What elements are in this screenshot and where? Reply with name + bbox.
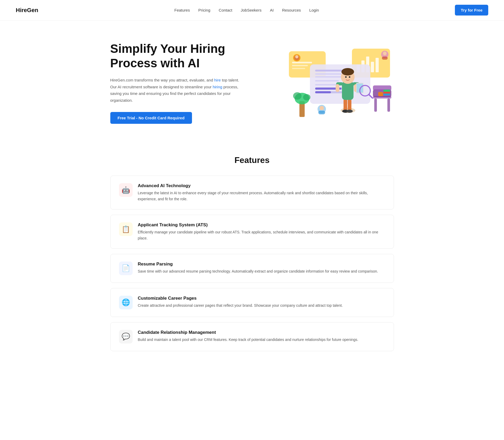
feature-icon-4: 💬 (119, 330, 133, 344)
svg-point-39 (341, 68, 354, 75)
svg-rect-5 (292, 65, 308, 66)
feature-desc-0: Leverage the latest in AI to enhance eve… (138, 190, 385, 202)
svg-rect-6 (292, 68, 305, 69)
svg-rect-55 (383, 91, 390, 94)
feature-name-2: Resume Parsing (138, 262, 378, 267)
features-section: Features 🤖Advanced AI TechnologyLeverage… (95, 140, 410, 367)
navbar: HireGen FeaturesPricingContactJobSeekers… (0, 0, 504, 21)
svg-rect-12 (376, 58, 379, 72)
hiring-link[interactable]: hiring (213, 85, 222, 89)
feature-icon-2: 📄 (119, 262, 133, 275)
try-for-free-button[interactable]: Try for Free (455, 5, 488, 16)
feature-content-3: Customizable Career PagesCreate attracti… (138, 296, 343, 308)
nav-link-ai[interactable]: AI (270, 8, 274, 12)
feature-name-1: Applicant Tracking System (ATS) (138, 222, 385, 228)
svg-point-3 (295, 55, 298, 58)
hire-link[interactable]: hire (214, 78, 221, 82)
svg-point-14 (383, 52, 387, 55)
svg-point-47 (303, 94, 310, 100)
svg-point-58 (320, 106, 324, 110)
hero-description: HireGen.com transforms the way you attra… (110, 77, 247, 104)
feature-desc-2: Save time with our advanced resume parsi… (138, 268, 378, 274)
feature-content-4: Candidate Relationship ManagementBuild a… (138, 330, 358, 342)
svg-point-41 (349, 76, 350, 78)
svg-rect-4 (292, 62, 312, 63)
hero-title: Simplify Your Hiring Process with AI (110, 42, 247, 70)
nav-link-contact[interactable]: Contact (219, 8, 232, 12)
svg-rect-20 (315, 80, 339, 81)
nav-link-features[interactable]: Features (174, 8, 190, 12)
feature-name-0: Advanced AI Technology (138, 183, 385, 188)
nav-link-resources[interactable]: Resources (282, 8, 301, 12)
svg-point-30 (346, 110, 353, 113)
svg-rect-33 (336, 84, 339, 92)
feature-desc-3: Create attractive and professional caree… (138, 303, 343, 308)
feature-name-3: Customizable Career Pages (138, 296, 343, 301)
svg-point-40 (345, 76, 347, 78)
svg-rect-50 (387, 99, 390, 112)
feature-icon-3: 🌐 (119, 296, 133, 309)
svg-rect-54 (383, 93, 390, 95)
svg-rect-31 (342, 81, 354, 100)
feature-card-2: 📄Resume ParsingSave time with our advanc… (110, 254, 394, 283)
svg-rect-25 (315, 91, 331, 93)
feature-card-3: 🌐Customizable Career PagesCreate attract… (110, 288, 394, 317)
svg-rect-28 (348, 99, 351, 111)
feature-desc-4: Build and maintain a talent pool with ou… (138, 337, 358, 342)
svg-rect-49 (374, 99, 377, 112)
logo[interactable]: HireGen (16, 7, 38, 14)
svg-rect-27 (344, 99, 347, 111)
svg-rect-59 (318, 111, 325, 114)
feature-icon-0: 🤖 (119, 183, 133, 197)
svg-rect-15 (382, 57, 388, 60)
hero-svg (284, 43, 394, 122)
features-title: Features (110, 155, 394, 165)
hero-section: Simplify Your Hiring Process with AI Hir… (95, 21, 410, 140)
feature-content-1: Applicant Tracking System (ATS)Efficient… (138, 222, 385, 241)
features-list: 🤖Advanced AI TechnologyLeverage the late… (110, 176, 394, 351)
feature-content-0: Advanced AI TechnologyLeverage the lates… (138, 183, 385, 202)
nav-links: FeaturesPricingContactJobSeekersAIResour… (174, 8, 319, 13)
feature-card-1: 📋Applicant Tracking System (ATS)Efficien… (110, 215, 394, 249)
hero-left: Simplify Your Hiring Process with AI Hir… (110, 42, 247, 124)
feature-content-2: Resume ParsingSave time with our advance… (138, 262, 378, 274)
feature-card-0: 🤖Advanced AI TechnologyLeverage the late… (110, 176, 394, 209)
svg-rect-53 (378, 92, 383, 96)
nav-link-login[interactable]: Login (309, 8, 319, 12)
svg-rect-11 (371, 62, 374, 72)
feature-desc-1: Efficiently manage your candidate pipeli… (138, 229, 385, 241)
svg-rect-18 (315, 73, 341, 75)
feature-icon-1: 📋 (119, 222, 133, 236)
feature-card-4: 💬Candidate Relationship ManagementBuild … (110, 322, 394, 351)
hero-illustration (284, 43, 394, 122)
nav-link-jobseekers[interactable]: JobSeekers (241, 8, 262, 12)
nav-link-pricing[interactable]: Pricing (198, 8, 210, 12)
svg-rect-56 (383, 90, 390, 92)
feature-name-4: Candidate Relationship Management (138, 330, 358, 335)
free-trial-button[interactable]: Free Trial - No Credit Card Required (110, 112, 192, 124)
svg-point-46 (293, 92, 302, 100)
